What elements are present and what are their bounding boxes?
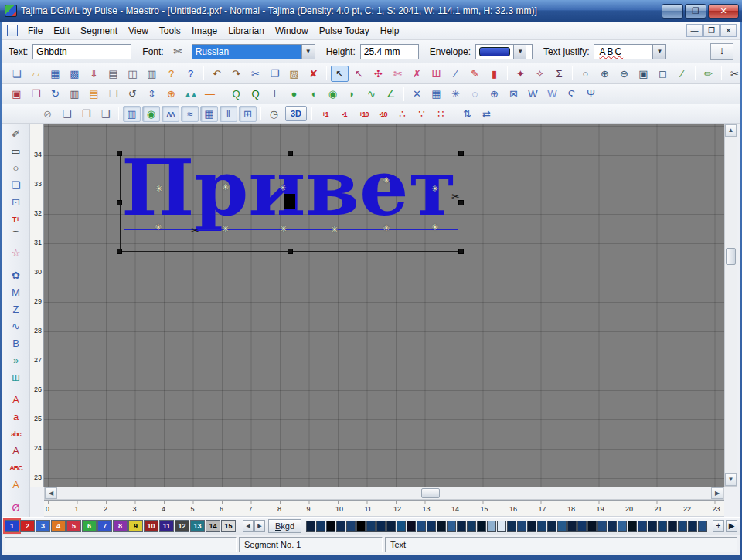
- thread-chip[interactable]: [437, 521, 446, 532]
- ellipse-tool-icon[interactable]: ○: [7, 160, 25, 176]
- density-minus1-icon[interactable]: -1: [335, 106, 353, 122]
- run-stitch-icon[interactable]: ●: [285, 86, 303, 102]
- help-icon[interactable]: ?: [182, 66, 199, 82]
- guidelines-view-icon[interactable]: ‖: [220, 106, 237, 122]
- chevron-down-icon[interactable]: ▼: [652, 45, 665, 59]
- realistic-view-icon[interactable]: ◉: [142, 106, 160, 122]
- zoom-tool-icon[interactable]: ○: [577, 66, 594, 82]
- chevron-down-icon[interactable]: ▼: [301, 45, 315, 59]
- palette-swatch-11[interactable]: 11: [159, 520, 174, 532]
- palette-swatch-12[interactable]: 12: [175, 520, 189, 532]
- column-stitch-icon[interactable]: M: [7, 284, 25, 300]
- copy-back-icon[interactable]: ❑: [97, 106, 114, 122]
- thread-chip[interactable]: [587, 521, 597, 532]
- insert-figure-alt-icon[interactable]: ✧: [531, 66, 549, 82]
- graph-stitch-icon[interactable]: ∠: [382, 86, 400, 102]
- measure-height-icon[interactable]: ⊥: [266, 86, 284, 102]
- stitch-point-icon[interactable]: ✳: [331, 225, 338, 235]
- history-icon[interactable]: ↻: [46, 86, 64, 102]
- palette-swatch-3[interactable]: 3: [36, 520, 50, 532]
- envelope-select[interactable]: ▼: [475, 44, 533, 59]
- thread-chip[interactable]: [346, 521, 356, 532]
- no-tool-icon[interactable]: ⊘: [39, 106, 56, 122]
- thread-chip[interactable]: [678, 521, 687, 532]
- rectangle-tool-icon[interactable]: ▭: [7, 143, 25, 159]
- curves-view-icon[interactable]: ≈: [181, 106, 199, 122]
- menu-help[interactable]: Help: [375, 23, 405, 39]
- palette-swatch-5[interactable]: 5: [66, 520, 81, 532]
- mirror-tool-icon[interactable]: ▲▲: [182, 86, 199, 102]
- scissors-icon[interactable]: ✂: [726, 66, 742, 82]
- thread-chip[interactable]: [386, 521, 396, 532]
- horizontal-scrollbar[interactable]: ◀ ▶: [44, 487, 724, 500]
- thread-chip[interactable]: [507, 521, 516, 532]
- palette-swatch-4[interactable]: 4: [51, 520, 66, 532]
- stitch-point-icon[interactable]: ✳: [222, 182, 229, 192]
- undo-icon[interactable]: ↶: [208, 66, 226, 82]
- thread-chip[interactable]: [326, 521, 335, 532]
- select-tool-icon[interactable]: ↖: [331, 66, 349, 82]
- vertex-select-icon[interactable]: ↖: [350, 66, 368, 82]
- menu-view[interactable]: View: [123, 23, 154, 39]
- menu-file[interactable]: File: [22, 23, 48, 39]
- manual-stitch-icon[interactable]: ✐: [7, 126, 25, 142]
- stitch-length-icon[interactable]: ⇄: [478, 106, 495, 122]
- palette-swatch-15[interactable]: 15: [221, 520, 236, 532]
- thread-chip[interactable]: [336, 521, 345, 532]
- thread-chip[interactable]: [597, 521, 607, 532]
- pull-comp-icon[interactable]: ⇅: [458, 106, 476, 122]
- box-delete-icon[interactable]: ⊠: [505, 86, 522, 102]
- output-to-machine-icon[interactable]: ⇓: [85, 66, 103, 82]
- stitch-points-icon[interactable]: ✕: [408, 86, 426, 102]
- stitch-point-icon[interactable]: ✳: [155, 222, 162, 232]
- stitch-marks-alt-icon[interactable]: ∵: [413, 106, 431, 122]
- star-shape-icon[interactable]: ☆: [7, 245, 25, 261]
- thread-chip[interactable]: [658, 521, 667, 532]
- thread-chip[interactable]: [477, 521, 486, 532]
- film-view-icon[interactable]: ▥: [123, 106, 141, 122]
- programmed-stitch-icon[interactable]: ◉: [324, 86, 342, 102]
- stitch-point-icon[interactable]: ✳: [431, 184, 438, 194]
- design-canvas[interactable]: Привет ✳✳✳✳✳✳✳✳✳✳✳✂✂: [44, 124, 724, 487]
- branch-tool-icon[interactable]: ✿: [7, 267, 25, 283]
- palette-swatch-10[interactable]: 10: [144, 520, 158, 532]
- notes-icon[interactable]: ▤: [85, 86, 103, 102]
- thread-chip[interactable]: [457, 521, 466, 532]
- stitch-point-icon[interactable]: ✳: [280, 224, 287, 234]
- wave-stitch-icon[interactable]: ∿: [7, 318, 25, 334]
- frame-lettering-icon[interactable]: ABC: [7, 460, 25, 476]
- scroll-down-icon[interactable]: ▼: [725, 473, 737, 486]
- arrow-stitch-icon[interactable]: »: [7, 352, 25, 368]
- page-setup-icon[interactable]: ▥: [143, 66, 161, 82]
- palette-swatch-6[interactable]: 6: [82, 520, 97, 532]
- segment-copy-icon[interactable]: ❐: [27, 86, 45, 102]
- chevron-down-icon[interactable]: ▼: [513, 45, 526, 59]
- zoom-in-icon[interactable]: ⊕: [596, 66, 614, 82]
- density-minus10-icon[interactable]: -10: [374, 106, 392, 122]
- hoop-tool-icon[interactable]: Ø: [7, 500, 25, 516]
- copy-icon[interactable]: ❐: [266, 66, 284, 82]
- density-plus10-icon[interactable]: +10: [355, 106, 373, 122]
- statistics-icon[interactable]: ▥: [66, 86, 83, 102]
- save-all-icon[interactable]: ▩: [66, 66, 83, 82]
- zigzag-stitch-icon[interactable]: Z: [7, 301, 25, 317]
- lettering-a-icon[interactable]: A: [7, 392, 25, 408]
- stitch-point-icon[interactable]: ✳: [279, 183, 286, 193]
- background-color-button[interactable]: BBkgdkgd: [268, 519, 301, 533]
- apply-text-button[interactable]: ↓: [710, 43, 733, 60]
- monogram-a-icon[interactable]: a: [7, 409, 25, 425]
- palette-swatch-13[interactable]: 13: [190, 520, 205, 532]
- selection-handle[interactable]: [288, 249, 293, 254]
- boxed-a-icon[interactable]: A: [7, 477, 25, 493]
- pen-tool-icon[interactable]: ✎: [466, 66, 484, 82]
- jump-stitch-icon[interactable]: ◗: [343, 86, 361, 102]
- menu-tools[interactable]: Tools: [154, 23, 186, 39]
- scroll-left-icon[interactable]: ◀: [45, 487, 57, 499]
- thread-chip[interactable]: [577, 521, 587, 532]
- thread-chip[interactable]: [547, 521, 556, 532]
- palette-scroll-left-icon[interactable]: ◀: [243, 520, 254, 532]
- thread-chip[interactable]: [608, 521, 617, 532]
- spray-tool-icon[interactable]: ▮: [485, 66, 503, 82]
- palette-swatch-7[interactable]: 7: [97, 520, 112, 532]
- menu-segment[interactable]: Segment: [75, 23, 123, 39]
